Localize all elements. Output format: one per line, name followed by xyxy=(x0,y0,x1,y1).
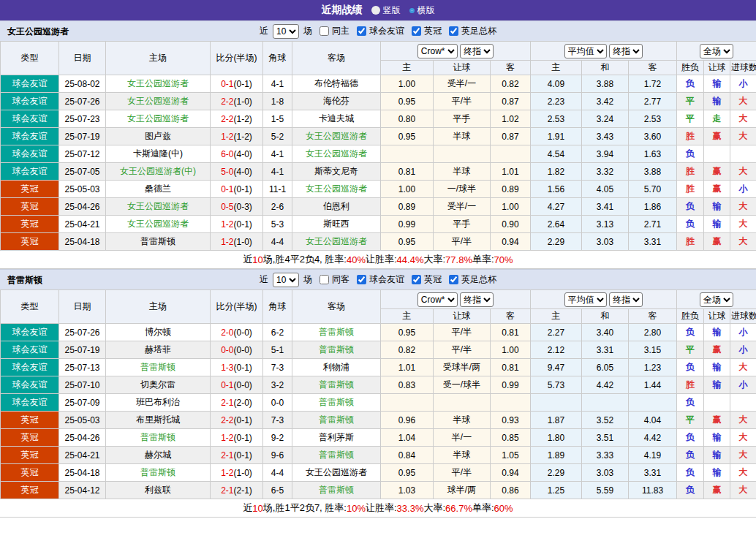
col-date: 日期 xyxy=(59,290,106,324)
home-team: 女王公园巡游者 xyxy=(106,216,211,233)
avg-draw: 3.94 xyxy=(582,145,629,163)
result-outcome: 负 xyxy=(677,75,704,93)
handicap-outcome: 赢 xyxy=(704,233,730,251)
league-friendly-checkbox[interactable] xyxy=(357,275,366,284)
match-score: 2-0(0-0) xyxy=(211,324,263,341)
layout-radio-horizontal[interactable]: 横版 xyxy=(409,4,435,17)
layout-radio-vertical[interactable]: 竖版 xyxy=(371,4,401,17)
match-type-badge: 英冠 xyxy=(1,198,59,216)
goals-outcome: 大 xyxy=(730,110,756,128)
goals-outcome: 大 xyxy=(730,482,756,499)
avg-label-select[interactable]: 平均值 xyxy=(564,292,607,307)
league-championship-checkbox[interactable] xyxy=(412,275,421,284)
avg-draw: 4.05 xyxy=(582,181,629,198)
handicap-line: 受一/球半 xyxy=(434,376,491,394)
near-label: 近 xyxy=(260,25,268,37)
odds-source-select[interactable]: Crow* xyxy=(417,44,458,58)
odds-final-select[interactable]: 终指 xyxy=(460,292,494,307)
col-score: 比分(半场) xyxy=(211,42,263,75)
match-date: 25-04-18 xyxy=(59,464,106,482)
goals-outcome: 大 xyxy=(730,93,756,110)
match-type-badge: 球会友谊 xyxy=(1,163,59,181)
col-handicap: 让球 xyxy=(434,61,491,75)
avg-group-header: 平均值 终指 xyxy=(531,42,677,61)
league-facup-checkbox[interactable] xyxy=(449,26,458,36)
summary-segment: 单率: xyxy=(472,501,494,515)
col-handicap: 让球 xyxy=(434,309,491,324)
match-count-select[interactable]: 10 xyxy=(273,273,299,287)
avg-home: 2.53 xyxy=(531,110,582,128)
odds-final-select[interactable]: 终指 xyxy=(460,44,494,58)
odds-away: 0.87 xyxy=(491,93,531,110)
avg-home: 1.80 xyxy=(531,429,582,447)
match-count-select[interactable]: 10 xyxy=(273,24,299,39)
corner-score: 5-1 xyxy=(263,341,292,359)
handicap-line: 半球 xyxy=(434,163,491,181)
avg-draw: 3.24 xyxy=(582,110,629,128)
same-away-checkbox[interactable] xyxy=(320,275,329,284)
match-row: 球会友谊25-07-12卡斯迪隆(中)6-0(4-0)4-1女王公园巡游者4.5… xyxy=(1,145,756,163)
avg-home: 2.12 xyxy=(531,341,582,359)
away-team: 普雷斯顿 xyxy=(292,394,381,412)
same-home-checkbox[interactable] xyxy=(320,26,329,36)
home-team: 普雷斯顿 xyxy=(106,464,211,482)
results-table-preston: 类型 日期 主场 比分(半场) 角球 客场 Crow* 终指 平均值 终指 全场 xyxy=(0,289,756,499)
avg-final-select[interactable]: 终指 xyxy=(609,292,643,307)
results-rows: 球会友谊25-08-02女王公园巡游者0-1(0-1)4-1布伦特福德1.00受… xyxy=(1,75,756,251)
away-team: 女王公园巡游者 xyxy=(292,128,381,145)
league-championship-checkbox[interactable] xyxy=(412,26,421,36)
match-date: 25-08-02 xyxy=(59,75,106,93)
results-rows: 球会友谊25-07-26博尔顿2-0(0-0)6-2普雷斯顿0.95平/半0.8… xyxy=(1,324,756,499)
odds-home: 0.80 xyxy=(381,110,434,128)
match-row: 球会友谊25-07-10切奥尔雷0-1(0-0)3-2普雷斯顿0.83受一/球半… xyxy=(1,376,756,394)
odds-source-select[interactable]: Crow* xyxy=(417,292,458,307)
avg-home: 1.25 xyxy=(531,482,582,499)
match-score: 0-1(0-1) xyxy=(211,75,263,93)
avg-home: 4.27 xyxy=(531,198,582,216)
league-friendly-checkbox[interactable] xyxy=(357,26,366,36)
avg-group-header: 平均值 终指 xyxy=(531,290,677,309)
summary-stats: 近10场,胜4平2负4, 胜率:40% 让胜率:44.4% 大率:77.8% 单… xyxy=(0,251,756,269)
corner-score: 3-2 xyxy=(263,376,292,394)
summary-segment: 77.8% xyxy=(445,254,472,265)
avg-label-select[interactable]: 平均值 xyxy=(564,44,607,58)
col-odds-away: 客 xyxy=(491,61,531,75)
col-result: 胜负 xyxy=(677,61,704,75)
handicap-outcome: 走 xyxy=(704,110,730,128)
handicap-outcome xyxy=(704,145,730,163)
avg-final-select[interactable]: 终指 xyxy=(609,44,643,58)
odds-away: 0.89 xyxy=(491,181,531,198)
match-date: 25-07-19 xyxy=(59,341,106,359)
match-type-badge: 英冠 xyxy=(1,482,59,499)
home-team: 桑德兰 xyxy=(106,181,211,198)
match-type-badge: 球会友谊 xyxy=(1,75,59,93)
scope-select[interactable]: 全场 xyxy=(700,292,733,307)
col-date: 日期 xyxy=(59,42,106,75)
avg-draw xyxy=(582,394,629,412)
summary-segment: 10 xyxy=(252,254,262,265)
avg-draw: 3.51 xyxy=(582,429,629,447)
summary-segment: 近 xyxy=(243,253,252,266)
match-score: 2-1(2-0) xyxy=(211,394,263,412)
odds-home: 1.04 xyxy=(381,429,434,447)
match-score: 5-0(4-0) xyxy=(211,163,263,181)
scope-select[interactable]: 全场 xyxy=(700,44,733,58)
match-score: 2-2(1-2) xyxy=(211,110,263,128)
avg-home xyxy=(531,394,582,412)
avg-home: 1.89 xyxy=(531,447,582,464)
odds-away: 1.02 xyxy=(491,110,531,128)
col-avg-home: 主 xyxy=(531,309,582,324)
match-score: 2-2(1-0) xyxy=(211,93,263,110)
goals-outcome: 大 xyxy=(730,216,756,233)
handicap-line: 一/球半 xyxy=(434,181,491,198)
odds-home: 0.99 xyxy=(381,216,434,233)
avg-home: 2.29 xyxy=(531,233,582,251)
corner-score: 7-3 xyxy=(263,359,292,376)
home-team: 赫塔菲 xyxy=(106,341,211,359)
goals-outcome: 大 xyxy=(730,198,756,216)
league-facup-checkbox[interactable] xyxy=(449,275,458,284)
avg-draw: 3.32 xyxy=(582,163,629,181)
handicap-line: 平手 xyxy=(434,110,491,128)
corner-score: 5-2 xyxy=(263,128,292,145)
avg-draw: 3.33 xyxy=(582,447,629,464)
